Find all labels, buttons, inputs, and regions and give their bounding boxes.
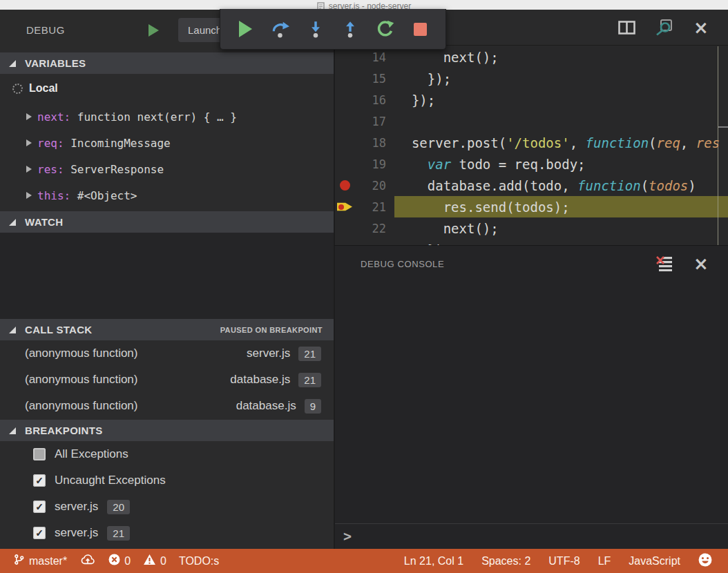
status-item[interactable]: 0 xyxy=(102,549,137,573)
status-item[interactable]: TODO:s xyxy=(173,549,225,573)
close-console-button[interactable]: × xyxy=(691,253,711,274)
breakpoint-icon[interactable] xyxy=(340,180,350,191)
code-text: }); xyxy=(386,93,435,108)
breakpoint-gutter[interactable] xyxy=(335,202,358,212)
frame-line-badge: 21 xyxy=(298,373,321,387)
code-line[interactable]: 23 }); xyxy=(335,239,728,245)
status-item[interactable]: Spaces: 2 xyxy=(472,549,539,573)
expand-icon[interactable] xyxy=(26,166,32,173)
breakpoint-label: server.js xyxy=(55,500,98,514)
line-number: 14 xyxy=(358,50,386,64)
code-line[interactable]: 15 }); xyxy=(335,68,728,89)
status-item[interactable] xyxy=(689,549,721,573)
git-branch-icon xyxy=(13,554,25,568)
breakpoint-line-badge: 20 xyxy=(107,500,130,514)
status-item[interactable]: LF xyxy=(589,549,620,573)
breakpoint-checkbox[interactable] xyxy=(33,448,46,460)
variable-row[interactable]: this: #<Object> xyxy=(0,184,334,207)
status-item[interactable]: JavaScript xyxy=(620,549,689,573)
step-over-icon xyxy=(271,20,290,38)
step-out-icon xyxy=(341,20,359,38)
start-debug-icon[interactable] xyxy=(149,24,159,37)
status-item[interactable]: master* xyxy=(7,549,73,573)
continue-icon xyxy=(239,21,252,37)
breakpoints-list: All Exceptions✓Uncaught Exceptions✓serve… xyxy=(0,441,334,546)
line-number: 15 xyxy=(358,72,386,86)
breakpoint-row[interactable]: All Exceptions xyxy=(0,441,334,467)
breakpoint-checkbox[interactable]: ✓ xyxy=(33,501,46,513)
pane-divider xyxy=(718,126,728,128)
code-line[interactable]: 18 server.post('/todos', function(req, r… xyxy=(335,132,728,153)
smiley-icon xyxy=(698,553,712,570)
restart-button[interactable] xyxy=(373,17,398,41)
breakpoint-row[interactable]: ✓server.js21 xyxy=(0,520,334,546)
status-label: 0 xyxy=(124,555,131,567)
variables-section-header[interactable]: VARIABLES xyxy=(0,52,334,74)
code-line[interactable]: 22 next(); xyxy=(335,217,728,239)
code-text: next(); xyxy=(386,221,499,236)
variable-value: #<Object> xyxy=(70,189,137,202)
stack-frame-row[interactable]: (anonymous function)database.js9 xyxy=(0,393,334,419)
code-line[interactable]: 17 xyxy=(335,110,728,132)
debug-panel-title: DEBUG xyxy=(26,24,65,36)
status-item[interactable] xyxy=(73,549,102,573)
breakpoint-row[interactable]: ✓Uncaught Exceptions xyxy=(0,467,334,494)
frame-file: database.js xyxy=(236,399,296,413)
step-out-button[interactable] xyxy=(338,17,363,41)
call-stack-section-header[interactable]: CALL STACK PAUSED ON BREAKPOINT xyxy=(0,319,334,340)
stop-button[interactable] xyxy=(408,17,433,41)
code-line[interactable]: 19 var todo = req.body; xyxy=(335,153,728,175)
status-item[interactable]: 0 xyxy=(137,549,173,573)
breakpoint-row[interactable]: ✓server.js20 xyxy=(0,494,334,520)
stack-frame-row[interactable]: (anonymous function)database.js21 xyxy=(0,367,334,393)
code-area[interactable]: 14 next();15 });16 });1718 server.post('… xyxy=(335,46,728,245)
close-icon: × xyxy=(693,19,709,37)
variable-row[interactable]: req: IncomingMessage xyxy=(0,131,334,155)
step-into-button[interactable] xyxy=(303,17,328,41)
status-label: Spaces: 2 xyxy=(481,555,530,567)
variable-row[interactable]: res: ServerResponse xyxy=(0,157,334,181)
code-text: res.send(todos); xyxy=(386,200,570,215)
variable-row[interactable]: next: function next(err) { … } xyxy=(0,105,334,128)
status-item[interactable]: Ln 21, Col 1 xyxy=(395,549,472,573)
scope-row[interactable]: Local xyxy=(0,77,334,99)
watch-list xyxy=(0,233,334,319)
frame-line-badge: 9 xyxy=(305,399,321,414)
call-stack-section-title: CALL STACK xyxy=(25,324,92,336)
breakpoint-checkbox[interactable]: ✓ xyxy=(33,474,46,487)
expand-icon[interactable] xyxy=(26,139,32,146)
preview-search-button[interactable] xyxy=(653,17,674,38)
code-line[interactable]: 21 res.send(todos); xyxy=(335,196,728,217)
breakpoints-section-title: BREAKPOINTS xyxy=(25,425,102,436)
line-number: 22 xyxy=(358,222,386,235)
expand-icon[interactable] xyxy=(26,113,32,120)
watch-section-header[interactable]: WATCH xyxy=(0,211,334,233)
console-input-row[interactable]: > xyxy=(335,523,728,547)
step-over-button[interactable] xyxy=(268,17,293,41)
continue-button[interactable] xyxy=(233,17,258,41)
variable-value: ServerResponse xyxy=(64,163,164,176)
close-editor-button[interactable]: × xyxy=(691,17,711,38)
code-text: server.post('/todos', function(req, res xyxy=(386,135,720,150)
status-item[interactable]: UTF-8 xyxy=(539,549,588,573)
frame-name: (anonymous function) xyxy=(25,347,247,360)
line-number: 21 xyxy=(358,200,386,214)
breakpoint-checkbox[interactable]: ✓ xyxy=(33,527,46,539)
error-icon xyxy=(108,554,120,568)
expand-icon[interactable] xyxy=(26,192,32,199)
line-number: 19 xyxy=(358,157,386,171)
clear-console-button[interactable] xyxy=(653,253,674,274)
stack-frame-row[interactable]: (anonymous function)server.js21 xyxy=(0,340,334,367)
debug-sidebar: DEBUG Launch VARIABLES Local next: funct… xyxy=(0,10,334,549)
split-editor-button[interactable] xyxy=(616,17,637,38)
call-stack-list: (anonymous function)server.js21(anonymou… xyxy=(0,340,334,419)
code-line[interactable]: 20 database.add(todo, function(todos) xyxy=(335,175,728,196)
variable-name: this: xyxy=(37,189,70,202)
frame-name: (anonymous function) xyxy=(25,373,230,387)
breakpoints-section-header[interactable]: BREAKPOINTS xyxy=(0,420,334,441)
code-line[interactable]: 16 }); xyxy=(335,89,728,110)
breakpoint-gutter[interactable] xyxy=(335,180,358,191)
status-label: Ln 21, Col 1 xyxy=(404,555,463,567)
current-instruction-breakpoint-icon[interactable] xyxy=(337,202,352,212)
spinner-icon xyxy=(12,84,23,94)
